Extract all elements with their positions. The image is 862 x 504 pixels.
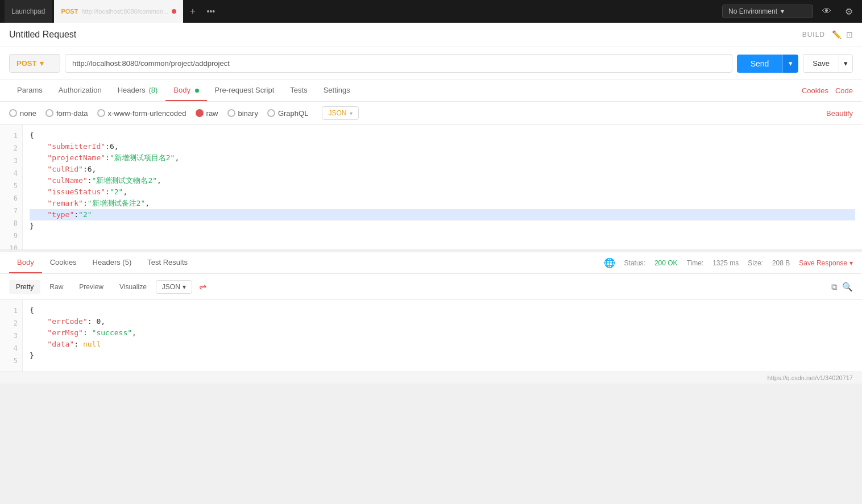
radio-binary[interactable]: binary bbox=[227, 109, 258, 118]
beautify-button[interactable]: Beautify bbox=[826, 109, 853, 118]
send-button[interactable]: Send bbox=[737, 55, 783, 73]
tab-body[interactable]: Body bbox=[165, 80, 206, 101]
code-line-7: "remark":"新增测试备注2", bbox=[30, 198, 855, 209]
status-value: 200 OK bbox=[654, 259, 678, 267]
resp-tab-cookies[interactable]: Cookies bbox=[42, 252, 85, 273]
format-bar: Pretty Raw Preview Visualize JSON ▾ ⇌ ⧉ … bbox=[0, 274, 862, 300]
request-tabs-bar: Params Authorization Headers (8) Body Pr… bbox=[0, 80, 862, 102]
radio-form-data[interactable]: form-data bbox=[45, 109, 88, 118]
radio-urlencoded[interactable]: x-www-form-urlencoded bbox=[97, 109, 187, 118]
headers-badge: (8) bbox=[148, 86, 158, 94]
code-line-8: "type":"2" bbox=[30, 209, 855, 220]
val-culName: "新增测试文物名2" bbox=[92, 176, 157, 185]
more-tabs-button[interactable]: ••• bbox=[202, 7, 220, 16]
line-num-3: 3 bbox=[0, 155, 22, 167]
save-dropdown-button[interactable]: ▾ bbox=[839, 55, 852, 72]
key-submitterId: "submitterId" bbox=[47, 142, 105, 151]
url-bar: POST ▾ Send ▾ Save ▾ bbox=[0, 47, 862, 80]
size-value: 208 B bbox=[772, 259, 790, 267]
request-body-editor[interactable]: 1 2 3 4 5 6 7 8 9 10 { "submitterId":6, … bbox=[0, 125, 862, 250]
tab-url: http://localhost:8080/common... bbox=[81, 8, 168, 15]
tab-authorization[interactable]: Authorization bbox=[51, 80, 110, 101]
method-select[interactable]: POST ▾ bbox=[9, 54, 60, 73]
line-num-6: 6 bbox=[0, 192, 22, 205]
radio-form-data-label: form-data bbox=[56, 109, 88, 118]
edit-icon[interactable]: ✏️ bbox=[832, 30, 842, 39]
request-area: Untitled Request BUILD ✏️ ⊡ POST ▾ Send … bbox=[0, 23, 862, 250]
resp-line-4: "data": null bbox=[30, 339, 855, 350]
status-url: https://q.csdn.net/v1/34020717 bbox=[768, 374, 853, 381]
eye-icon-button[interactable]: 👁 bbox=[818, 4, 836, 19]
radio-graphql[interactable]: GraphQL bbox=[267, 109, 308, 118]
tab-params[interactable]: Params bbox=[9, 80, 51, 101]
response-body-editor: 1 2 3 4 5 { "errCode": 0, "errMsg": "suc… bbox=[0, 300, 862, 372]
resp-line-num-5: 5 bbox=[0, 355, 22, 367]
wrap-button[interactable]: ⇌ bbox=[194, 278, 211, 295]
resp-line-5: } bbox=[30, 350, 855, 361]
build-button[interactable]: BUILD bbox=[802, 31, 825, 39]
copy-icon[interactable]: ⧉ bbox=[831, 282, 838, 292]
val-remark: "新增测试备注2" bbox=[88, 199, 145, 207]
radio-raw-circle bbox=[196, 109, 204, 117]
tab-request[interactable]: POST http://localhost:8080/common... bbox=[54, 0, 183, 23]
radio-none[interactable]: none bbox=[9, 109, 36, 118]
launchpad-label: Launchpad bbox=[11, 7, 45, 15]
resp-line-3: "errMsg": "success", bbox=[30, 327, 855, 339]
resp-tab-headers[interactable]: Headers (5) bbox=[85, 252, 140, 273]
add-tab-button[interactable]: + bbox=[185, 6, 200, 16]
radio-form-data-circle bbox=[45, 109, 53, 117]
resp-tab-test-results[interactable]: Test Results bbox=[139, 252, 196, 273]
resp-val-errMsg: "success" bbox=[92, 328, 132, 337]
resp-tab-body[interactable]: Body bbox=[9, 252, 42, 273]
save-response-dropdown: ▾ bbox=[849, 259, 853, 267]
code-line-5: "culName":"新增测试文物名2", bbox=[30, 175, 855, 186]
save-response-button[interactable]: Save Response ▾ bbox=[799, 259, 853, 267]
method-dropdown-icon: ▾ bbox=[40, 59, 44, 68]
val-culRid: 6 bbox=[88, 165, 92, 173]
line-numbers: 1 2 3 4 5 6 7 8 9 10 bbox=[0, 125, 23, 250]
code-line-10: } bbox=[30, 220, 855, 232]
save-button[interactable]: Save bbox=[803, 55, 839, 72]
radio-raw[interactable]: raw bbox=[196, 109, 218, 118]
settings-icon-button[interactable]: ⚙ bbox=[840, 4, 857, 19]
code-link[interactable]: Code bbox=[835, 86, 853, 95]
format-tab-preview[interactable]: Preview bbox=[72, 280, 110, 294]
tab-settings[interactable]: Settings bbox=[316, 80, 358, 101]
resp-key-errCode: "errCode" bbox=[47, 317, 87, 326]
line-num-9: 9 bbox=[0, 230, 22, 242]
tab-method: POST bbox=[61, 8, 78, 15]
code-line-6: "issueStatus":"2", bbox=[30, 186, 855, 198]
resp-line-num-3: 3 bbox=[0, 330, 22, 342]
response-format-dropdown[interactable]: JSON ▾ bbox=[156, 280, 192, 294]
format-tab-raw[interactable]: Raw bbox=[43, 280, 70, 294]
save-response-label: Save Response bbox=[799, 259, 847, 267]
response-tabs-bar: Body Cookies Headers (5) Test Results 🌐 … bbox=[0, 252, 862, 274]
format-tab-visualize[interactable]: Visualize bbox=[113, 280, 154, 294]
json-format-dropdown[interactable]: JSON ▾ bbox=[322, 106, 359, 120]
environment-selector[interactable]: No Environment ▾ bbox=[722, 5, 813, 18]
cookies-link[interactable]: Cookies bbox=[802, 86, 828, 95]
code-content[interactable]: { "submitterId":6, "projectName":"新增测试项目… bbox=[23, 125, 862, 250]
tab-launchpad[interactable]: Launchpad bbox=[5, 0, 52, 23]
save-icon-btn[interactable]: ⊡ bbox=[846, 30, 853, 39]
send-dropdown-button[interactable]: ▾ bbox=[782, 55, 798, 73]
format-tab-pretty[interactable]: Pretty bbox=[9, 280, 40, 294]
key-type: "type" bbox=[47, 210, 74, 219]
url-input[interactable] bbox=[65, 54, 732, 73]
resp-line-2: "errCode": 0, bbox=[30, 316, 855, 327]
body-type-bar: none form-data x-www-form-urlencoded raw… bbox=[0, 102, 862, 125]
radio-binary-circle bbox=[227, 109, 235, 117]
resp-key-errMsg: "errMsg" bbox=[47, 328, 83, 337]
line-num-5: 5 bbox=[0, 180, 22, 192]
line-num-10: 10 bbox=[0, 242, 22, 250]
val-issueStatus: "2" bbox=[110, 188, 123, 196]
radio-graphql-circle bbox=[267, 109, 275, 117]
tab-headers[interactable]: Headers (8) bbox=[110, 80, 166, 101]
tab-prerequest[interactable]: Pre-request Script bbox=[207, 80, 283, 101]
response-format-label: JSON bbox=[162, 283, 180, 291]
radio-binary-label: binary bbox=[238, 109, 258, 118]
env-label: No Environment bbox=[728, 7, 777, 15]
top-bar: Launchpad POST http://localhost:8080/com… bbox=[0, 0, 862, 23]
tab-tests[interactable]: Tests bbox=[282, 80, 315, 101]
search-icon[interactable]: 🔍 bbox=[842, 282, 853, 292]
